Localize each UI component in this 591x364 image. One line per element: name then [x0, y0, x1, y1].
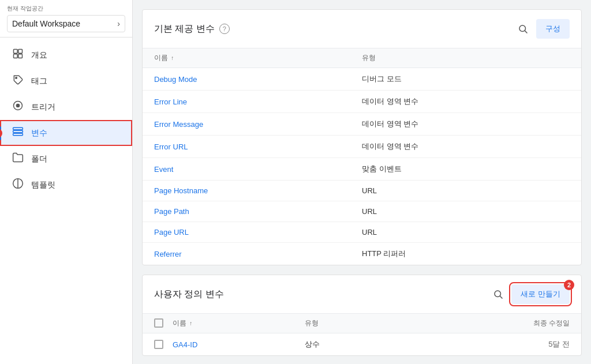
var-type: 데이터 영역 변수 [362, 96, 570, 107]
search-button[interactable] [514, 20, 532, 37]
var-type: 데이터 영역 변수 [362, 119, 570, 129]
var-type: HTTP 리퍼러 [362, 249, 570, 259]
table-row[interactable]: GA4-ID 상수 5달 전 [143, 333, 581, 355]
main-content: 기본 제공 변수 ? 구성 이름 ↑ [133, 0, 591, 364]
var-type: 디버그 모드 [362, 74, 570, 84]
user-vars-header: 사용자 정의 변수 새로 만들기 2 [143, 275, 581, 314]
sidebar-item-triggers[interactable]: 트리거 [0, 94, 132, 120]
svg-point-14 [495, 291, 501, 297]
help-icon[interactable]: ? [219, 24, 230, 34]
svg-line-13 [525, 31, 527, 33]
workspace-selector[interactable]: Default Workspace › [7, 15, 125, 32]
user-var-date: 5달 전 [437, 339, 570, 350]
var-name-link[interactable]: Page Hostname [154, 186, 362, 195]
svg-line-15 [500, 296, 503, 298]
svg-rect-2 [14, 54, 18, 58]
var-type: 맞춤 이벤트 [362, 164, 570, 174]
default-vars-actions: 구성 [514, 19, 570, 39]
user-col-header-date: 최종 수정일 [437, 318, 570, 328]
table-row[interactable]: Page Hostname URL [143, 181, 581, 201]
svg-point-12 [519, 25, 526, 32]
svg-point-6 [16, 104, 20, 108]
sidebar-item-label: 트리거 [31, 102, 55, 112]
var-name-link[interactable]: Page URL [154, 228, 362, 237]
user-vars-table-body: GA4-ID 상수 5달 전 [143, 333, 581, 355]
table-row[interactable]: Debug Mode 디버그 모드 [143, 68, 581, 91]
var-name-link[interactable]: Event [154, 165, 362, 174]
col-header-type: 유형 [362, 53, 570, 63]
user-var-type: 상수 [305, 339, 437, 350]
table-row[interactable]: Page Path URL [143, 201, 581, 222]
user-vars-search-button[interactable] [489, 286, 507, 303]
select-all-checkbox[interactable] [154, 318, 163, 328]
default-vars-title: 기본 제공 변수 ? [154, 23, 230, 35]
sidebar-item-label: 폴더 [31, 154, 47, 164]
var-type: URL [362, 228, 570, 237]
tags-icon [12, 74, 24, 88]
table-row[interactable]: Page URL URL [143, 222, 581, 243]
default-vars-table-header: 이름 ↑ 유형 [143, 48, 581, 68]
col-header-name: 이름 ↑ [154, 53, 362, 63]
table-row[interactable]: Error Line 데이터 영역 변수 [143, 91, 581, 113]
sidebar-item-label: 변수 [31, 128, 47, 138]
table-row[interactable]: Error Message 데이터 영역 변수 [143, 113, 581, 136]
folders-icon [12, 152, 24, 166]
workspace-name: Default Workspace [12, 19, 80, 28]
nav-list: 개요 태그 트리 [0, 37, 132, 202]
annotation-badge-2: 2 [564, 280, 574, 290]
sidebar: 현재 작업공간 Default Workspace › 개요 [0, 0, 133, 364]
var-type: URL [362, 207, 570, 216]
table-row[interactable]: Error URL 데이터 영역 변수 [143, 136, 581, 158]
workspace-label: 현재 작업공간 [7, 5, 125, 13]
svg-rect-3 [18, 54, 23, 58]
svg-rect-9 [13, 133, 23, 135]
sidebar-item-tags[interactable]: 태그 [0, 68, 132, 94]
variables-icon [12, 126, 24, 140]
user-vars-card: 사용자 정의 변수 새로 만들기 2 [142, 275, 582, 356]
table-row[interactable]: Event 맞춤 이벤트 [143, 158, 581, 181]
workspace-header: 현재 작업공간 Default Workspace › [0, 0, 132, 37]
sidebar-item-label: 템플릿 [31, 180, 55, 190]
templates-icon [12, 178, 24, 192]
sidebar-item-templates[interactable]: 템플릿 [0, 172, 132, 198]
svg-rect-1 [18, 50, 23, 54]
user-vars-table-header: 이름 ↑ 유형 최종 수정일 [143, 314, 581, 333]
sort-arrow-icon: ↑ [171, 55, 174, 61]
user-col-header-name: 이름 ↑ [173, 318, 305, 328]
svg-rect-7 [13, 127, 23, 129]
svg-rect-8 [13, 130, 23, 132]
sidebar-item-folders[interactable]: 폴더 [0, 146, 132, 172]
default-vars-table-body: Debug Mode 디버그 모드 Error Line 데이터 영역 변수 E… [143, 68, 581, 265]
sidebar-item-label: 개요 [31, 50, 47, 61]
var-name-link[interactable]: Error URL [154, 142, 362, 151]
chevron-right-icon: › [117, 19, 120, 28]
table-row[interactable]: Referrer HTTP 리퍼러 [143, 243, 581, 265]
var-name-link[interactable]: Debug Mode [154, 75, 362, 84]
var-name-link[interactable]: Page Path [154, 207, 362, 216]
svg-point-4 [16, 77, 17, 79]
triggers-icon [12, 100, 24, 114]
sidebar-item-label: 태그 [31, 76, 47, 87]
var-type: 데이터 영역 변수 [362, 141, 570, 152]
var-name-link[interactable]: Referrer [154, 250, 362, 258]
user-var-name-link[interactable]: GA4-ID [173, 340, 305, 349]
user-sort-arrow-icon: ↑ [189, 320, 192, 327]
default-vars-card: 기본 제공 변수 ? 구성 이름 ↑ [142, 9, 582, 265]
configure-button[interactable]: 구성 [536, 19, 570, 39]
overview-icon [12, 48, 24, 62]
row-checkbox[interactable] [154, 340, 163, 349]
sidebar-item-variables[interactable]: 1 변수 [0, 120, 132, 146]
new-variable-button[interactable]: 새로 만들기 [511, 284, 570, 304]
var-name-link[interactable]: Error Line [154, 97, 362, 106]
annotation-badge-1: 1 [0, 128, 2, 138]
svg-rect-0 [14, 50, 18, 54]
default-vars-header: 기본 제공 변수 ? 구성 [143, 10, 581, 48]
sidebar-item-overview[interactable]: 개요 [0, 42, 132, 68]
user-col-header-type: 유형 [305, 318, 437, 328]
user-vars-title: 사용자 정의 변수 [154, 288, 224, 301]
var-name-link[interactable]: Error Message [154, 120, 362, 129]
user-vars-actions: 새로 만들기 2 [489, 284, 570, 304]
var-type: URL [362, 186, 570, 195]
